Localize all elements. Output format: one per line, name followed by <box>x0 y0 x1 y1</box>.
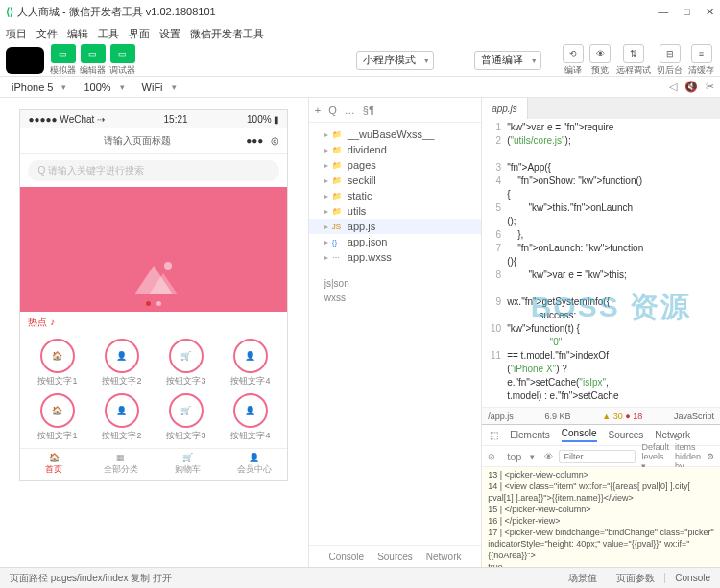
tb-编译[interactable]: ⟲ <box>563 44 584 63</box>
svg-point-2 <box>164 262 172 270</box>
subbar-icon[interactable]: 🔇 <box>684 81 698 93</box>
grid-item[interactable]: 🏠按钮文字1 <box>28 339 86 388</box>
console-tab[interactable]: Console <box>664 573 720 583</box>
file-path: /app.js <box>488 412 514 421</box>
close-button[interactable]: ✕ <box>706 6 714 18</box>
midtab-Sources[interactable]: Sources <box>377 552 413 562</box>
search-input[interactable]: Q 请输入关键字进行搜索 <box>28 160 279 181</box>
device-select[interactable]: iPhone 5 <box>6 78 70 97</box>
hot-label: 热点 ♪ <box>20 312 287 333</box>
console-output[interactable]: 13 | <picker-view-column>14 | <view clas… <box>482 467 720 568</box>
grid-item[interactable]: 👤按钮文字2 <box>92 393 151 442</box>
page-title: 请输入页面标题 <box>28 134 246 148</box>
tb-切后台[interactable]: ⊟ <box>660 44 681 63</box>
file-__wuBaseWxss__[interactable]: ▸📁__wuBaseWxss__ <box>309 127 481 142</box>
editor-tab[interactable]: app.js <box>482 98 528 119</box>
menu-编辑[interactable]: 编辑 <box>67 27 88 41</box>
file-seckill[interactable]: ▸📁seckill <box>309 173 481 188</box>
tb-清缓存[interactable]: ≡ <box>691 44 712 63</box>
file-pages[interactable]: ▸📁pages <box>309 157 481 173</box>
tabbar-会员中心[interactable]: 👤会员中心 <box>221 449 288 480</box>
params-label: 页面参数 <box>607 572 664 585</box>
page-path: 页面路径 pages/index/index 复制 打开 <box>0 572 181 585</box>
file-static[interactable]: ▸📁static <box>309 188 481 203</box>
filetree-tool[interactable]: … <box>345 105 355 116</box>
minimize-button[interactable]: — <box>658 6 668 18</box>
file-dividend[interactable]: ▸📁dividend <box>309 142 481 157</box>
midtab-Console[interactable]: Console <box>328 552 364 562</box>
mountain-icon <box>125 256 182 294</box>
scene-label: 场景值 <box>559 572 607 585</box>
status-battery: 100% ▮ <box>247 114 279 125</box>
warn-count: ▲ 30 <box>602 412 622 421</box>
menu-文件[interactable]: 文件 <box>36 27 58 41</box>
levels-select[interactable]: Default levels ▾ <box>641 442 669 471</box>
zoom-select[interactable]: 100% <box>78 78 128 97</box>
grid-item[interactable]: 🏠按钮文字1 <box>28 393 86 442</box>
grid-item[interactable]: 👤按钮文字4 <box>221 393 279 442</box>
gear-icon[interactable]: ⚙ <box>707 452 714 461</box>
err-count: ● 18 <box>625 412 642 421</box>
filetree-tool[interactable]: §¶ <box>363 105 374 116</box>
target-icon[interactable]: ◎ <box>271 135 279 146</box>
simulator: ●●●●● WeChat ⇢ 15:21 100% ▮ 请输入页面标题 ●●● … <box>19 109 288 481</box>
network-select[interactable]: WiFi <box>136 78 180 97</box>
file-utils[interactable]: ▸📁utils <box>309 203 481 219</box>
app-icon: ⟨⟩ <box>6 6 13 18</box>
code-editor[interactable]: 1"kw">var e = "fn">require2("utils/core.… <box>482 119 720 407</box>
filter-input[interactable] <box>559 450 636 463</box>
subbar-icon[interactable]: ✂ <box>706 81 714 93</box>
file-size: 6.9 KB <box>544 412 570 421</box>
menu-界面[interactable]: 界面 <box>129 27 150 41</box>
menu-工具[interactable]: 工具 <box>98 27 119 41</box>
menu-微信开发者工具[interactable]: 微信开发者工具 <box>190 27 264 41</box>
clear-console-icon[interactable]: ⊘ <box>488 452 495 461</box>
tabbar-全部分类[interactable]: ▦全部分类 <box>87 449 155 480</box>
grid-item[interactable]: 🛒按钮文字3 <box>156 339 215 388</box>
window-title: 人人商城 - 微信开发者工具 v1.02.1808101 <box>17 5 216 19</box>
inspect-icon[interactable]: ⬚ <box>490 430 498 440</box>
filetree-tool[interactable]: + <box>315 105 321 116</box>
more-icon[interactable]: ●●● <box>246 135 263 146</box>
midtab-Network[interactable]: Network <box>426 552 462 562</box>
tb-预览[interactable]: 👁 <box>589 44 611 63</box>
status-signal: ●●●●● WeChat ⇢ <box>28 114 105 125</box>
file-app.js[interactable]: ▸JSapp.js <box>309 219 481 234</box>
status-time: 15:21 <box>164 114 188 125</box>
avatar-blob <box>6 47 44 74</box>
subbar-icon[interactable]: ◁ <box>669 81 677 93</box>
grid-item[interactable]: 👤按钮文字4 <box>221 339 279 388</box>
ctab-Elements[interactable]: Elements <box>510 430 550 440</box>
mode-select[interactable]: 小程序模式 <box>356 51 434 70</box>
filetree-tool[interactable]: Q <box>328 105 337 116</box>
ctab-Console[interactable]: Console <box>562 428 597 442</box>
grid-item[interactable]: 👤按钮文字2 <box>92 339 151 388</box>
grid-item[interactable]: 🛒按钮文字3 <box>156 393 215 442</box>
toolbar-调试器[interactable]: ▭ <box>110 44 135 63</box>
banner[interactable] <box>20 187 287 312</box>
tb-远程调试[interactable]: ⇅ <box>623 44 644 63</box>
lang-label: JavaScript <box>674 412 714 421</box>
file-app.json[interactable]: ▸{}app.json <box>309 234 481 249</box>
maximize-button[interactable]: □ <box>684 6 690 18</box>
context-select[interactable]: top <box>501 447 539 466</box>
tabbar-购物车[interactable]: 🛒购物车 <box>154 449 221 480</box>
compile-select[interactable]: 普通编译 <box>474 51 541 70</box>
toolbar-模拟器[interactable]: ▭ <box>51 44 76 63</box>
menu-设置[interactable]: 设置 <box>159 27 180 41</box>
file-app.wxss[interactable]: ▸⋯app.wxss <box>309 249 481 265</box>
tabbar-首页[interactable]: 🏠首页 <box>20 449 87 480</box>
menu-项目[interactable]: 项目 <box>6 27 27 41</box>
eye-icon[interactable]: 👁 <box>544 452 553 461</box>
ctab-Sources[interactable]: Sources <box>609 430 644 440</box>
toolbar-编辑器[interactable]: ▭ <box>81 44 106 63</box>
